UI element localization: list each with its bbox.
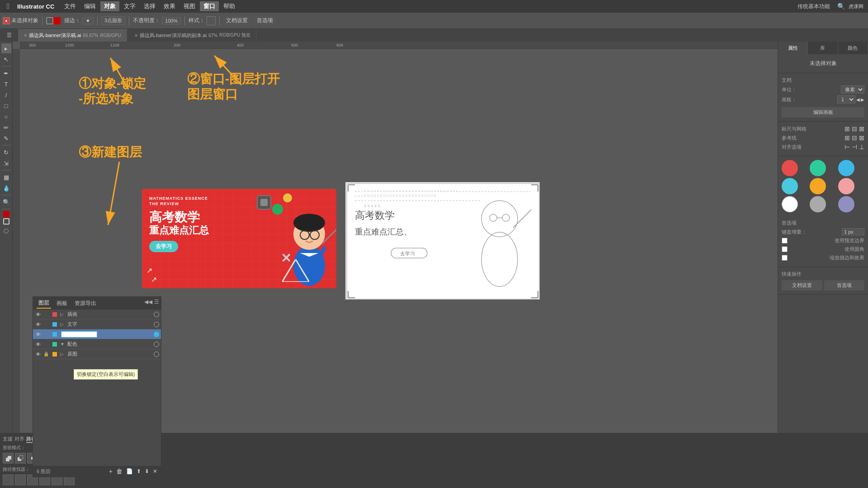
path-trim[interactable]	[15, 474, 26, 485]
layers-trash-icon[interactable]: ✕	[153, 468, 157, 474]
align-tab[interactable]: 对齐	[14, 436, 24, 443]
swatch-red[interactable]	[782, 160, 798, 176]
layers-panel-icon[interactable]: ☰	[7, 32, 12, 38]
menu-window[interactable]: 窗口	[200, 1, 219, 11]
layer-eye-original[interactable]: 👁	[35, 351, 41, 357]
guide-icon-3[interactable]: ⊠	[859, 134, 864, 141]
layers-move-down-icon[interactable]: ⬇	[145, 468, 149, 474]
layer-row-colors[interactable]: 👁 ▼ 配色	[33, 339, 161, 349]
layer-name-input-editing[interactable]	[61, 331, 97, 338]
menu-object[interactable]: 对象	[100, 1, 119, 11]
stroke-select[interactable]: ▼	[82, 17, 94, 24]
shape-union[interactable]	[3, 453, 14, 464]
style-swatch[interactable]	[207, 16, 216, 25]
panel-menu-icon[interactable]: ☰	[154, 299, 159, 305]
ruler-align-icon[interactable]: ⊟	[852, 125, 857, 132]
layer-name-colors[interactable]: 配色	[67, 341, 152, 347]
layer-row-drawing[interactable]: 👁 ▷ 插画	[33, 310, 161, 319]
panel-collapse-icon[interactable]: ◀◀	[144, 299, 152, 305]
align-icon-3[interactable]: ⊥	[859, 143, 864, 150]
tool-direct-select[interactable]: ↖	[1, 54, 11, 64]
menu-file[interactable]: 文件	[61, 1, 80, 11]
layer-row-original[interactable]: 👁 🔒 ▷ 原图	[33, 349, 161, 359]
round-corners-checkbox[interactable]	[782, 246, 788, 252]
quick-doc-settings-btn[interactable]: 文档设置	[782, 280, 822, 291]
tool-eyedropper[interactable]: 💧	[1, 183, 11, 193]
stroke-icon[interactable]	[46, 17, 53, 24]
layer-name-original[interactable]: 原图	[67, 351, 152, 357]
transform-tab[interactable]: 支援	[3, 436, 13, 443]
unit-select[interactable]: 像素	[841, 85, 864, 94]
menu-help[interactable]: 帮助	[220, 1, 239, 11]
swatch-pink[interactable]	[838, 178, 854, 194]
menu-select[interactable]: 选择	[140, 1, 159, 11]
tool-pen[interactable]: ✒	[1, 68, 11, 78]
edit-artboard-btn[interactable]: 编辑画板	[782, 107, 864, 117]
path-divide[interactable]	[3, 474, 14, 485]
tool-select[interactable]: ▸	[1, 43, 11, 53]
scale-effects-checkbox[interactable]	[782, 255, 788, 261]
panel-tab-properties[interactable]: 属性	[778, 42, 808, 54]
align-icon-1[interactable]: ⊢	[844, 143, 850, 150]
layer-eye-drawing[interactable]: 👁	[35, 311, 41, 318]
layers-tab-export[interactable]: 资源导出	[73, 299, 98, 308]
menu-view[interactable]: 视图	[180, 1, 199, 11]
layer-toggle-colors[interactable]: ▼	[60, 342, 66, 347]
tool-gradient[interactable]: ▦	[1, 172, 11, 182]
tool-line[interactable]: /	[1, 90, 11, 100]
swatch-white[interactable]	[782, 196, 798, 212]
points-selector[interactable]: 3点圆形	[101, 16, 125, 25]
tab-close-2[interactable]: ✕	[134, 33, 138, 38]
layers-move-up-icon[interactable]: ⬆	[137, 468, 141, 474]
tool-type[interactable]: T	[1, 79, 11, 89]
tab-file-2[interactable]: ✕ 插边风-banner演示稿的副本.ai 67% RGB/GPU 预览	[129, 29, 256, 42]
doc-settings-btn[interactable]: 文档设置	[223, 16, 250, 25]
layers-add-icon[interactable]: +	[109, 468, 113, 475]
layers-tab-layers[interactable]: 图层	[37, 298, 51, 309]
layers-new-icon[interactable]: 📄	[126, 468, 133, 474]
menu-edit[interactable]: 编辑	[80, 1, 99, 11]
layer-toggle-original[interactable]: ▷	[60, 352, 66, 357]
layer-toggle-text[interactable]: ▷	[60, 322, 66, 327]
canvas-area[interactable]: 300 1200 1100 200 400 500 600	[13, 42, 778, 488]
tool-pencil[interactable]: ✎	[1, 133, 11, 143]
ruler-grid-icon[interactable]: ⊞	[844, 125, 850, 132]
layer-eye-text[interactable]: 👁	[35, 321, 41, 328]
preferences-btn[interactable]: 首选项	[254, 16, 276, 25]
tool-scale[interactable]: ⇲	[1, 158, 11, 168]
keyboard-inc-input[interactable]	[842, 228, 864, 235]
artboard-next-icon[interactable]: ▶	[861, 97, 864, 102]
swatch-orange[interactable]	[810, 178, 826, 194]
ruler-guide-icon[interactable]: ⊠	[859, 125, 864, 132]
tool-brush[interactable]: ✏	[1, 122, 11, 132]
swatch-lavender[interactable]	[838, 196, 854, 212]
swatch-cyan[interactable]	[782, 178, 798, 194]
layer-name-drawing[interactable]: 插画	[67, 311, 152, 318]
menu-text[interactable]: 文字	[120, 1, 139, 11]
tool-stroke[interactable]	[3, 218, 9, 225]
artboard-prev-icon[interactable]: ◀	[856, 97, 860, 102]
guide-icon-2[interactable]: ⊟	[852, 134, 857, 141]
layers-tab-artboard[interactable]: 画板	[55, 299, 69, 308]
tool-ellipse[interactable]: ○	[1, 112, 11, 122]
preview-bounds-checkbox[interactable]	[782, 238, 788, 244]
tool-fill[interactable]	[3, 211, 9, 217]
tool-rect[interactable]: □	[1, 101, 11, 111]
swatch-blue[interactable]	[838, 160, 854, 176]
tab-file-1[interactable]: ✕ 插边风-banner演示稿.ai 66.67% RGB/GPU	[18, 29, 127, 42]
swatch-gray[interactable]	[810, 196, 826, 212]
layer-row-editing[interactable]: 👁	[33, 329, 161, 339]
apple-icon[interactable]: 	[4, 2, 13, 11]
guide-icon-1[interactable]: ⊞	[844, 134, 850, 141]
panel-tab-color[interactable]: 颜色	[838, 42, 868, 54]
tool-draw-mode[interactable]: ◯	[1, 225, 11, 235]
artboard-select[interactable]: 1	[837, 95, 855, 103]
layers-delete-icon[interactable]: 🗑	[116, 468, 123, 475]
menu-effects[interactable]: 效果	[160, 1, 179, 11]
tool-zoom[interactable]: 🔍	[1, 197, 11, 207]
layer-toggle-drawing[interactable]: ▷	[60, 312, 66, 317]
layer-eye-colors[interactable]: 👁	[35, 341, 41, 347]
panel-tab-library[interactable]: 库	[808, 42, 838, 54]
search-icon[interactable]: 🔍	[837, 3, 845, 10]
layer-eye-editing[interactable]: 👁	[35, 331, 41, 338]
